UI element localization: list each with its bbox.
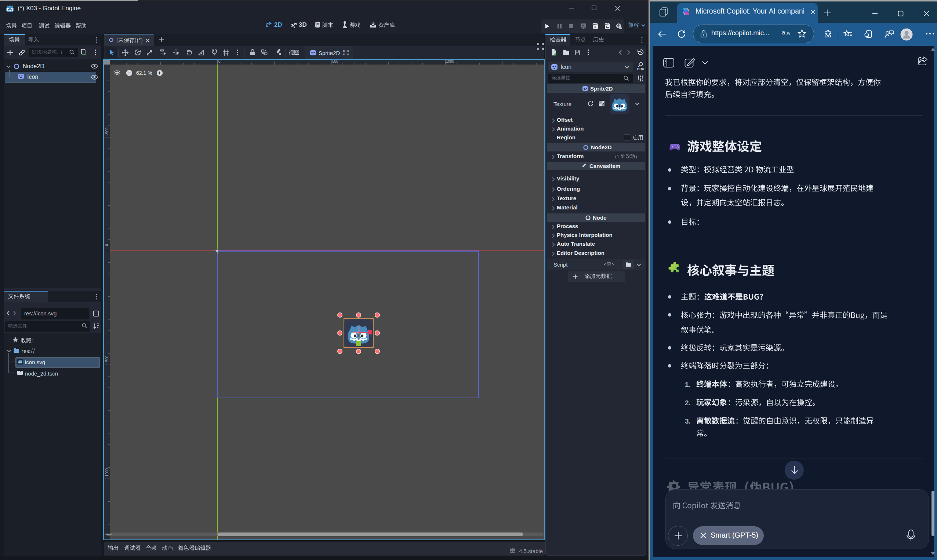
svg-text:DOC: DOC bbox=[637, 67, 644, 71]
